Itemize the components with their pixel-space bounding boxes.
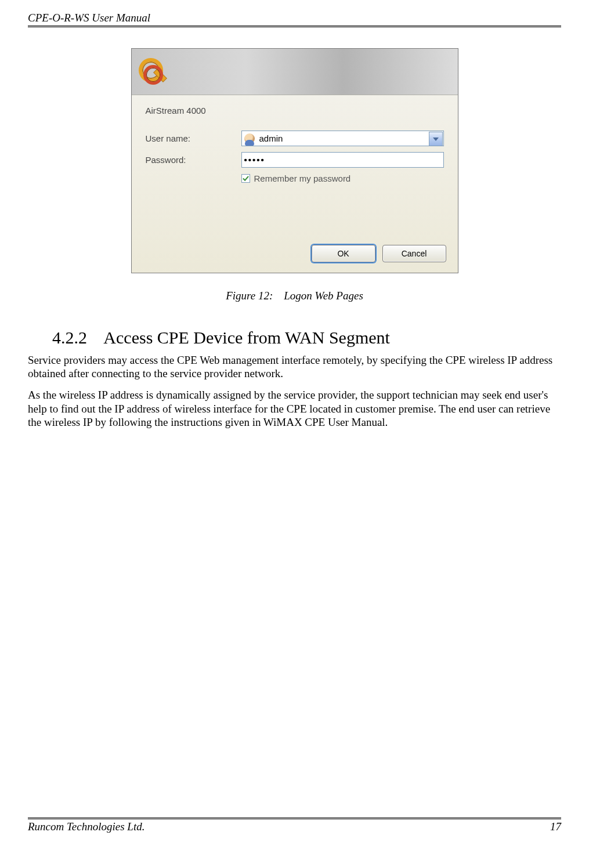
section-number: 4.2.2 (52, 328, 87, 347)
password-label: Password: (146, 155, 241, 165)
page-footer: Runcom Technologies Ltd. 17 (28, 818, 561, 833)
username-value: admin (259, 133, 283, 143)
username-dropdown-button[interactable] (429, 132, 443, 146)
body-paragraph-1: Service providers may access the CPE Web… (28, 353, 561, 380)
footer-company: Runcom Technologies Ltd. (28, 820, 144, 833)
page-header: CPE-O-R-WS User Manual (28, 12, 561, 27)
form-area: AirStream 4000 User name: admin Password… (132, 95, 458, 183)
header-title: CPE-O-R-WS User Manual (28, 12, 150, 24)
figure-caption: Figure 12: Logon Web Pages (226, 290, 363, 302)
figure-block: AirStream 4000 User name: admin Password… (28, 48, 561, 302)
figure-title: Logon Web Pages (284, 290, 363, 302)
section-title: Access CPE Device from WAN Segment (103, 328, 390, 347)
check-icon (243, 175, 249, 182)
remember-label: Remember my password (254, 173, 351, 183)
footer-page: 17 (550, 820, 561, 833)
keys-icon (139, 53, 169, 88)
cancel-button[interactable]: Cancel (382, 245, 446, 262)
user-icon (244, 133, 255, 144)
login-dialog: AirStream 4000 User name: admin Password… (131, 48, 458, 273)
password-value: ••••• (244, 155, 265, 165)
ok-button-label: OK (337, 249, 349, 258)
remember-row[interactable]: Remember my password (241, 173, 444, 183)
username-input[interactable]: admin (241, 131, 444, 146)
body-paragraph-2: As the wireless IP address is dynamicall… (28, 388, 561, 429)
remember-checkbox[interactable] (241, 174, 250, 183)
figure-label: Figure 12: (226, 290, 273, 302)
site-name: AirStream 4000 (146, 106, 444, 115)
ok-button[interactable]: OK (312, 245, 375, 262)
password-row: Password: ••••• (146, 152, 444, 168)
section-heading: 4.2.2 Access CPE Device from WAN Segment (52, 328, 561, 348)
username-label: User name: (146, 133, 241, 143)
password-input[interactable]: ••••• (241, 152, 444, 168)
dialog-banner (132, 49, 458, 95)
dialog-button-row: OK Cancel (312, 245, 446, 262)
chevron-down-icon (433, 138, 439, 141)
username-row: User name: admin (146, 131, 444, 146)
cancel-button-label: Cancel (402, 249, 427, 258)
